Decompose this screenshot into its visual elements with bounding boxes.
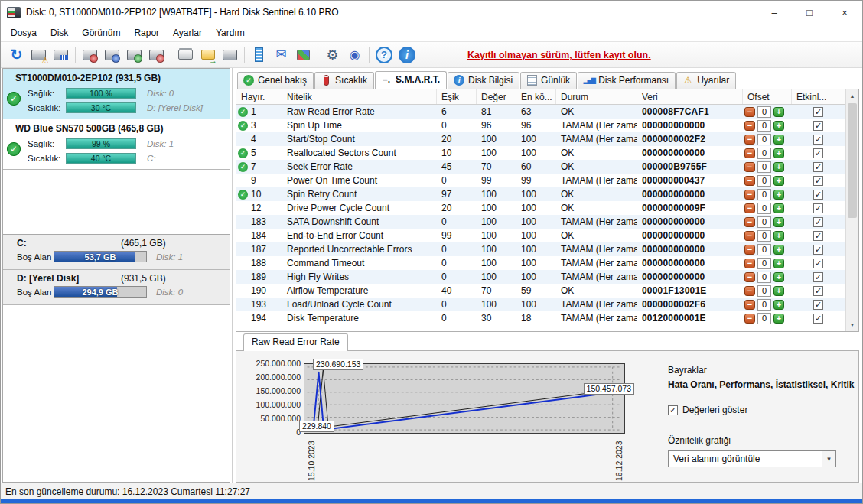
enabled-checkbox[interactable]: ✓ <box>813 203 823 213</box>
sound-settings-icon[interactable] <box>344 45 365 65</box>
offset-decrease-button[interactable]: − <box>744 135 755 145</box>
menu-item[interactable]: Dosya <box>4 25 44 41</box>
smart-row[interactable]: ✓ 1 Raw Read Error Rate 6 81 63 OK 00000… <box>236 105 845 119</box>
partition-card[interactable]: C: (465,1 GB) Boş Alan 53,7 GB Disk: 1 <box>3 235 230 270</box>
offset-increase-button[interactable]: + <box>773 314 784 324</box>
offset-decrease-button[interactable]: − <box>744 286 755 296</box>
offset-decrease-button[interactable]: − <box>744 107 755 117</box>
smart-row[interactable]: ✓ 10 Spin Retry Count 97 100 100 OK 0000… <box>236 187 845 201</box>
offset-decrease-button[interactable]: − <box>744 217 755 227</box>
offset-decrease-button[interactable]: − <box>744 176 755 186</box>
offset-increase-button[interactable]: + <box>773 162 784 172</box>
temperature-icon[interactable] <box>249 45 269 65</box>
offset-decrease-button[interactable]: − <box>744 190 755 200</box>
enabled-checkbox[interactable]: ✓ <box>813 121 823 131</box>
offset-increase-button[interactable]: + <box>773 245 784 255</box>
offset-increase-button[interactable]: + <box>773 135 784 145</box>
column-header[interactable]: Hayır. <box>236 89 282 104</box>
enabled-checkbox[interactable]: ✓ <box>813 245 823 255</box>
export-report-icon[interactable] <box>197 45 218 65</box>
tab-disk-performansi[interactable]: Disk Performansı <box>578 72 676 89</box>
offset-decrease-button[interactable]: − <box>744 121 755 131</box>
scroll-up-arrow[interactable]: ▲ <box>846 89 858 102</box>
chevron-down-icon[interactable]: ▾ <box>822 451 835 467</box>
toolbar-separator[interactable] <box>168 45 174 65</box>
tab-smart[interactable]: S.M.A.R.T. <box>375 71 447 89</box>
offset-increase-button[interactable]: + <box>773 286 784 296</box>
smart-row[interactable]: ✓ 190 Airflow Temperature 40 70 59 OK 00… <box>236 284 845 298</box>
menu-item[interactable]: Yardım <box>209 25 252 41</box>
enabled-checkbox[interactable]: ✓ <box>813 259 823 268</box>
offset-increase-button[interactable]: + <box>773 176 784 186</box>
smart-row[interactable]: ✓ 9 Power On Time Count 0 99 99 TAMAM (H… <box>236 174 845 187</box>
info-icon[interactable] <box>399 47 415 63</box>
smart-row[interactable]: ✓ 4 Start/Stop Count 20 100 100 TAMAM (H… <box>236 132 845 146</box>
smart-row[interactable]: ✓ 193 Load/Unload Cycle Count 0 100 100 … <box>236 298 845 311</box>
offset-decrease-button[interactable]: − <box>744 231 755 241</box>
offset-decrease-button[interactable]: − <box>744 300 755 310</box>
tab-uyarilar[interactable]: Uyarılar <box>676 72 736 89</box>
offset-decrease-button[interactable]: − <box>744 259 755 268</box>
tab-gunluk[interactable]: Günlük <box>520 72 577 89</box>
enabled-checkbox[interactable]: ✓ <box>813 190 823 200</box>
close-button[interactable]: × <box>827 1 862 24</box>
disk-ok-icon[interactable] <box>124 45 145 65</box>
offset-increase-button[interactable]: + <box>773 190 784 200</box>
disk-card[interactable]: ✓ ST1000DM010-2EP102 (931,5 GB) Sağlık: … <box>3 69 230 119</box>
disk-schedule-icon[interactable] <box>80 45 100 65</box>
tab-disk-bilgisi[interactable]: Disk Bilgisi <box>448 72 519 89</box>
scroll-down-arrow[interactable]: ▼ <box>846 318 858 331</box>
enabled-checkbox[interactable]: ✓ <box>813 286 823 296</box>
disk-warning-icon[interactable] <box>28 45 49 65</box>
smart-row[interactable]: ✓ 12 Drive Power Cycle Count 20 100 100 … <box>236 201 845 215</box>
offset-decrease-button[interactable]: − <box>744 314 755 324</box>
smart-row[interactable]: ✓ 188 Command Timeout 0 100 100 TAMAM (H… <box>236 256 845 270</box>
enabled-checkbox[interactable]: ✓ <box>813 176 823 186</box>
toolbar-separator[interactable] <box>242 45 247 65</box>
column-header[interactable]: Veri <box>637 89 743 104</box>
offset-increase-button[interactable]: + <box>773 217 784 227</box>
settings-gear-icon[interactable] <box>322 45 343 65</box>
smart-row[interactable]: ✓ 5 Reallocated Sectors Count 10 100 100… <box>236 146 845 160</box>
disk-surface-test-icon[interactable] <box>50 45 71 65</box>
enabled-checkbox[interactable]: ✓ <box>813 148 823 158</box>
column-header[interactable]: Eşik <box>437 89 477 104</box>
column-header[interactable]: En kö... <box>516 89 556 104</box>
smart-row[interactable]: ✓ 3 Spin Up Time 0 96 96 TAMAM (Her zama… <box>236 119 845 132</box>
smart-row[interactable]: ✓ 194 Disk Temperature 0 30 18 TAMAM (He… <box>236 311 845 325</box>
enabled-checkbox[interactable]: ✓ <box>813 107 823 117</box>
enabled-checkbox[interactable]: ✓ <box>813 314 823 324</box>
table-scrollbar[interactable]: ▲ ▼ <box>845 89 858 331</box>
print-icon[interactable] <box>175 45 196 65</box>
column-header[interactable]: Etkinl... <box>792 89 845 104</box>
menu-item[interactable]: Görünüm <box>75 25 127 41</box>
column-header[interactable]: Değer <box>477 89 516 104</box>
column-header[interactable]: Nitelik <box>282 89 437 104</box>
offset-increase-button[interactable]: + <box>773 300 784 310</box>
enabled-checkbox[interactable]: ✓ <box>813 300 823 310</box>
register-notice-link[interactable]: Kayıtlı olmayan sürüm, lütfen kayıt olun… <box>467 50 651 60</box>
show-values-checkbox[interactable]: ✓ <box>668 405 678 415</box>
enabled-checkbox[interactable]: ✓ <box>813 231 823 241</box>
refresh-icon[interactable] <box>6 45 27 65</box>
enabled-checkbox[interactable]: ✓ <box>813 272 823 282</box>
scrollbar-thumb[interactable] <box>848 103 857 218</box>
archive-icon[interactable] <box>220 45 240 65</box>
toolbar-separator[interactable] <box>366 45 372 65</box>
tab-genel-bakis[interactable]: Genel bakış <box>237 72 314 89</box>
smart-row[interactable]: ✓ 184 End-to-End Error Count 99 100 100 … <box>236 229 845 242</box>
tab-sicaklik[interactable]: Sıcaklık <box>314 72 374 89</box>
column-header[interactable]: Durum <box>556 89 637 104</box>
display-options-icon[interactable] <box>293 45 314 65</box>
minimize-button[interactable]: – <box>757 1 792 24</box>
enabled-checkbox[interactable]: ✓ <box>813 217 823 227</box>
offset-increase-button[interactable]: + <box>773 148 784 158</box>
maximize-button[interactable]: □ <box>792 1 827 24</box>
offset-increase-button[interactable]: + <box>773 259 784 268</box>
offset-increase-button[interactable]: + <box>773 231 784 241</box>
chart-tab-raw-read-error-rate[interactable]: Raw Read Error Rate <box>243 333 348 351</box>
offset-increase-button[interactable]: + <box>773 272 784 282</box>
offset-decrease-button[interactable]: − <box>744 272 755 282</box>
disk-clock-icon[interactable] <box>102 45 122 65</box>
offset-increase-button[interactable]: + <box>773 121 784 131</box>
